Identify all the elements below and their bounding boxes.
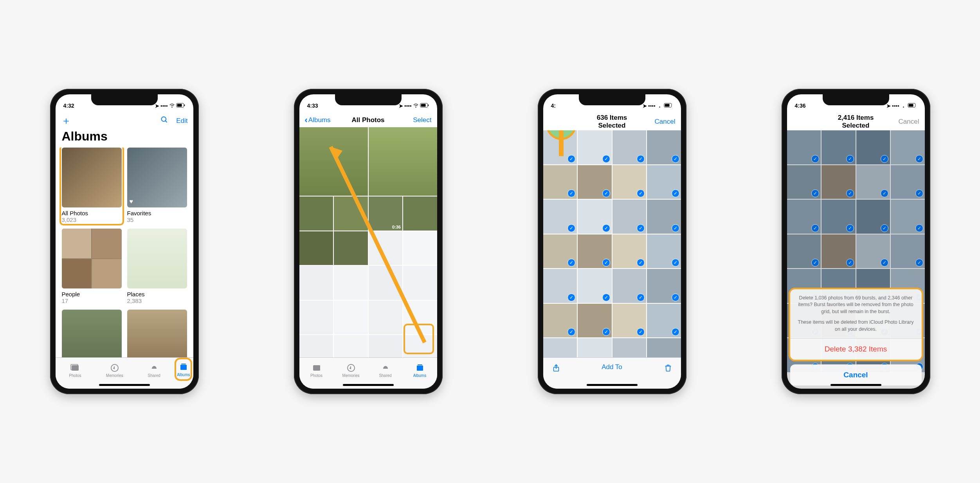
photo-thumb[interactable]: 0:36 bbox=[369, 196, 403, 231]
photo-thumb[interactable] bbox=[299, 266, 333, 300]
album-favorites[interactable]: ♥ Favorites 35 bbox=[127, 148, 187, 223]
add-to-button[interactable]: Add To bbox=[602, 363, 622, 371]
photo-thumb[interactable]: ✓ bbox=[647, 165, 681, 199]
photo-thumb[interactable]: ✓ bbox=[647, 338, 681, 357]
battery-icon bbox=[420, 103, 429, 109]
album-more-1[interactable] bbox=[62, 310, 122, 357]
photo-thumb[interactable] bbox=[403, 266, 437, 300]
trash-button[interactable] bbox=[664, 363, 672, 375]
selected-check-icon: ✓ bbox=[602, 259, 610, 267]
photo-thumb[interactable]: ✓ bbox=[647, 234, 681, 269]
tab-shared[interactable]: Shared bbox=[368, 358, 403, 381]
photo-thumb[interactable]: ✓ bbox=[543, 165, 577, 199]
highlight-all-photos: All Photos 3,023 bbox=[59, 148, 124, 225]
back-button[interactable]: ‹ Albums bbox=[305, 115, 342, 125]
photo-thumb[interactable] bbox=[334, 301, 368, 335]
photo-thumb[interactable] bbox=[369, 266, 403, 300]
photo-thumb[interactable] bbox=[299, 127, 368, 196]
add-button[interactable]: ＋ bbox=[61, 114, 71, 128]
photo-thumb[interactable] bbox=[403, 196, 437, 231]
album-all-photos[interactable]: All Photos 3,023 bbox=[62, 148, 122, 223]
photo-thumb[interactable]: ✓ bbox=[647, 130, 681, 164]
album-people[interactable]: People 17 bbox=[62, 229, 122, 304]
action-sheet: Delete 1,036 photos from 69 bursts, and … bbox=[787, 286, 925, 389]
photo-thumb[interactable]: ✓ bbox=[578, 338, 612, 357]
photo-thumb[interactable]: ✓ bbox=[543, 338, 577, 357]
selected-check-icon: ✓ bbox=[567, 294, 575, 301]
share-button[interactable] bbox=[552, 363, 560, 375]
photo-thumb[interactable]: ✓ bbox=[647, 269, 681, 303]
photo-thumb[interactable]: ✓ bbox=[578, 200, 612, 234]
photo-thumb[interactable]: ✓ bbox=[543, 234, 577, 269]
sheet-cancel-button[interactable]: Cancel bbox=[790, 364, 922, 386]
svg-rect-11 bbox=[428, 104, 429, 106]
photo-thumb[interactable] bbox=[369, 301, 403, 335]
tab-label: Albums bbox=[177, 373, 190, 377]
photo-thumb[interactable]: ✓ bbox=[543, 130, 577, 164]
photos-grid[interactable]: 0:36 bbox=[299, 127, 437, 357]
svg-rect-1 bbox=[184, 104, 185, 106]
search-icon[interactable] bbox=[160, 116, 168, 126]
photo-thumb[interactable] bbox=[334, 335, 368, 357]
video-duration-badge: 0:36 bbox=[392, 225, 401, 229]
photo-thumb[interactable] bbox=[403, 231, 437, 265]
photo-thumb[interactable] bbox=[334, 231, 368, 265]
tab-shared[interactable]: Shared bbox=[134, 358, 174, 381]
photos-grid-selected: ✓✓✓✓✓✓✓✓✓✓✓✓✓✓✓✓✓✓✓✓✓✓✓✓✓✓✓✓ Delete 1,03… bbox=[787, 130, 925, 389]
photo-thumb[interactable] bbox=[299, 335, 333, 357]
photo-thumb[interactable]: ✓ bbox=[578, 234, 612, 269]
tab-photos[interactable]: Photos bbox=[299, 358, 334, 381]
tab-label: Memories bbox=[106, 373, 123, 378]
signal-icon: ▪▪▪▪ bbox=[404, 103, 411, 109]
home-indicator[interactable] bbox=[343, 384, 394, 386]
album-more-2[interactable] bbox=[127, 310, 187, 357]
tab-albums[interactable]: Albums bbox=[403, 358, 437, 381]
tab-memories[interactable]: Memories bbox=[334, 358, 368, 381]
tab-memories[interactable]: Memories bbox=[95, 358, 134, 381]
select-button[interactable]: Select bbox=[413, 116, 431, 124]
cancel-button[interactable]: Cancel bbox=[655, 118, 676, 126]
tab-photos[interactable]: Photos bbox=[56, 358, 95, 381]
photo-thumb[interactable]: ✓ bbox=[578, 304, 612, 338]
photo-thumb[interactable]: ✓ bbox=[543, 304, 577, 338]
sheet-msg-1: Delete 1,036 photos from 69 bursts, and … bbox=[797, 295, 915, 315]
photos-grid-selected[interactable]: ✓✓✓✓✓✓✓✓✓✓✓✓✓✓✓✓✓✓✓✓✓✓✓✓✓✓✓✓ bbox=[543, 130, 681, 357]
photo-thumb[interactable]: ✓ bbox=[543, 269, 577, 303]
photo-thumb[interactable] bbox=[299, 196, 333, 231]
photo-thumb[interactable]: ✓ bbox=[612, 304, 647, 338]
photo-thumb[interactable]: ✓ bbox=[543, 200, 577, 234]
edit-button[interactable]: Edit bbox=[176, 117, 187, 125]
photo-thumb[interactable]: ✓ bbox=[578, 269, 612, 303]
selected-check-icon: ✓ bbox=[672, 189, 679, 197]
photo-thumb[interactable] bbox=[369, 231, 403, 265]
albums-content[interactable]: All Photos 3,023 ♥ Favorites 35 bbox=[56, 148, 193, 357]
home-indicator[interactable] bbox=[830, 384, 881, 386]
selected-check-icon: ✓ bbox=[637, 294, 645, 301]
photo-thumb[interactable] bbox=[334, 196, 368, 231]
photo-thumb[interactable]: ✓ bbox=[612, 200, 647, 234]
photo-thumb[interactable]: ✓ bbox=[612, 234, 647, 269]
photo-thumb[interactable]: ✓ bbox=[578, 165, 612, 199]
photo-thumb[interactable]: ✓ bbox=[612, 165, 647, 199]
photo-thumb[interactable]: ✓ bbox=[647, 200, 681, 234]
home-indicator[interactable] bbox=[99, 384, 150, 386]
home-indicator[interactable] bbox=[587, 384, 638, 386]
signal-icon: ▪▪▪▪ bbox=[648, 103, 655, 109]
selected-check-icon: ✓ bbox=[637, 259, 645, 267]
photo-thumb[interactable]: ✓ bbox=[612, 130, 647, 164]
photo-thumb[interactable] bbox=[299, 301, 333, 335]
photo-thumb[interactable] bbox=[334, 266, 368, 300]
tab-albums[interactable]: Albums bbox=[177, 360, 190, 377]
battery-icon bbox=[176, 103, 186, 109]
photo-thumb[interactable]: ✓ bbox=[578, 130, 612, 164]
photo-thumb[interactable]: ✓ bbox=[612, 269, 647, 303]
selected-check-icon: ✓ bbox=[567, 259, 575, 267]
photo-thumb[interactable] bbox=[299, 231, 333, 265]
photo-thumb[interactable] bbox=[369, 127, 437, 196]
photo-thumb[interactable] bbox=[369, 335, 403, 357]
photo-thumb[interactable]: ✓ bbox=[612, 338, 647, 357]
photo-thumb[interactable]: ✓ bbox=[647, 304, 681, 338]
album-places[interactable]: Places 2,383 bbox=[127, 229, 187, 304]
location-icon: ➤ bbox=[399, 103, 403, 109]
delete-items-button[interactable]: Delete 3,382 Items bbox=[790, 338, 922, 360]
